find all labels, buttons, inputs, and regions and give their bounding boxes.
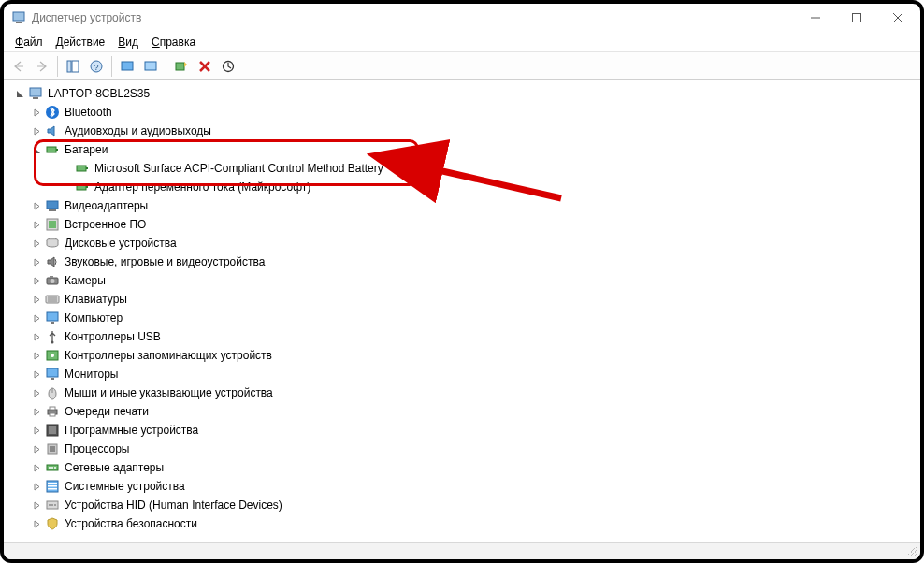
minimize-button[interactable] — [795, 5, 836, 31]
svg-rect-11 — [145, 62, 156, 70]
tree-category[interactable]: Аудиовходы и аудиовыходы — [11, 122, 920, 140]
tree-item-label: Сетевые адаптеры — [65, 461, 164, 474]
tree-category[interactable]: Устройства HID (Human Interface Devices) — [11, 496, 920, 514]
expand-chevron-icon[interactable] — [30, 330, 43, 343]
tree-category[interactable]: Процессоры — [11, 440, 920, 458]
tree-item-label: Дисковые устройства — [65, 237, 177, 250]
expand-chevron-icon[interactable] — [30, 106, 43, 119]
svg-rect-1 — [16, 22, 22, 23]
firmware-icon — [45, 217, 60, 232]
tree-category[interactable]: Контроллеры запоминающих устройств — [11, 346, 920, 365]
expand-chevron-icon[interactable] — [30, 424, 43, 437]
expand-chevron-icon[interactable] — [30, 349, 43, 362]
menu-help[interactable]: Справка — [146, 34, 201, 51]
toolbar-scan-hardware[interactable] — [170, 55, 193, 78]
svg-point-39 — [51, 341, 54, 344]
tree-category[interactable]: Клавиатуры — [11, 290, 920, 309]
expand-chevron-icon[interactable] — [30, 386, 43, 399]
expand-chevron-icon[interactable] — [30, 124, 43, 137]
menu-file[interactable]: Файл — [9, 34, 49, 51]
svg-rect-60 — [48, 488, 57, 490]
menubar: Файл Действие Вид Справка — [4, 32, 920, 52]
expand-chevron-icon[interactable] — [30, 237, 43, 250]
tree-category[interactable]: Устройства безопасности — [11, 514, 920, 533]
toolbar-show-hide-tree[interactable] — [62, 55, 84, 78]
tree-category[interactable]: Системные устройства — [11, 477, 920, 496]
toolbar-view-mode-2[interactable] — [139, 55, 162, 78]
tree-category[interactable]: Дисковые устройства — [11, 234, 920, 253]
tree-category[interactable]: Сетевые адаптеры — [11, 458, 920, 477]
toolbar-back[interactable] — [7, 55, 30, 78]
expand-chevron-icon[interactable] — [30, 218, 43, 231]
tree-leaf[interactable]: Адаптер переменного тока (Майкрософт) — [11, 178, 920, 196]
menu-view[interactable]: Вид — [112, 34, 144, 51]
tree-category[interactable]: Камеры — [11, 271, 920, 290]
close-button[interactable] — [877, 5, 918, 31]
svg-rect-10 — [122, 62, 133, 70]
svg-rect-52 — [50, 446, 55, 452]
tree-item-label: Bluetooth — [65, 106, 112, 119]
svg-rect-19 — [47, 147, 56, 152]
network-icon — [45, 460, 60, 475]
expand-chevron-icon[interactable] — [30, 517, 43, 530]
toolbar-forward[interactable] — [31, 55, 53, 78]
display-adapter-icon — [45, 198, 60, 213]
toolbar-update-driver[interactable] — [217, 55, 239, 78]
device-tree[interactable]: LAPTOP-8CBL2S35BluetoothАудиовходы и ауд… — [4, 80, 920, 542]
tree-category[interactable]: Мыши и иные указывающие устройства — [11, 383, 920, 402]
expand-chevron-icon[interactable] — [30, 274, 43, 287]
svg-rect-59 — [48, 485, 57, 487]
tree-category[interactable]: Звуковые, игровые и видеоустройства — [11, 253, 920, 271]
expand-chevron-icon[interactable] — [13, 87, 26, 100]
hid-icon — [45, 498, 60, 512]
svg-rect-21 — [77, 166, 86, 171]
svg-point-41 — [51, 354, 54, 357]
svg-point-64 — [54, 504, 56, 506]
expand-chevron-icon[interactable] — [30, 293, 43, 306]
expand-chevron-icon[interactable] — [30, 143, 43, 156]
expand-chevron-icon[interactable] — [30, 442, 43, 455]
toolbar-help[interactable]: ? — [85, 55, 108, 78]
toolbar-view-mode-1[interactable] — [116, 55, 138, 78]
tree-category[interactable]: Bluetooth — [11, 103, 920, 122]
expand-chevron-icon[interactable] — [30, 311, 43, 325]
tree-item-label: Компьютер — [65, 311, 123, 325]
expand-chevron-icon[interactable] — [30, 405, 43, 418]
svg-rect-58 — [48, 483, 57, 484]
tree-root[interactable]: LAPTOP-8CBL2S35 — [11, 84, 920, 103]
menu-action[interactable]: Действие — [51, 34, 111, 51]
expand-chevron-icon[interactable] — [30, 461, 43, 474]
toolbar: ? — [4, 52, 920, 80]
sound-icon — [45, 254, 60, 269]
usb-icon — [45, 329, 60, 344]
audio-io-icon — [45, 123, 60, 138]
expand-chevron-icon[interactable] — [30, 255, 43, 268]
expand-chevron-icon[interactable] — [30, 498, 43, 512]
tree-category[interactable]: Батареи — [11, 140, 920, 159]
tree-category[interactable]: Программные устройства — [11, 421, 920, 440]
mouse-icon — [45, 385, 60, 400]
tree-item-label: Батареи — [65, 143, 108, 156]
tree-category[interactable]: Очереди печати — [11, 402, 920, 421]
expand-chevron-icon[interactable] — [30, 199, 43, 212]
svg-rect-26 — [49, 209, 56, 211]
tree-item-label: Мыши и иные указывающие устройства — [65, 386, 273, 399]
computer-icon — [28, 86, 43, 101]
tree-category[interactable]: Видеоадаптеры — [11, 196, 920, 215]
tree-item-label: Программные устройства — [65, 424, 198, 437]
svg-point-63 — [51, 504, 53, 506]
expand-chevron-icon[interactable] — [30, 480, 43, 493]
tree-item-label: Клавиатуры — [65, 293, 127, 306]
tree-item-label: Мониторы — [65, 368, 118, 381]
maximize-button[interactable] — [836, 5, 877, 31]
svg-point-62 — [49, 504, 51, 506]
svg-rect-47 — [50, 407, 55, 410]
expand-chevron-icon[interactable] — [30, 368, 43, 381]
tree-category[interactable]: Встроенное ПО — [11, 215, 920, 234]
tree-category[interactable]: Компьютер — [11, 309, 920, 327]
svg-rect-38 — [51, 322, 54, 324]
toolbar-uninstall[interactable] — [194, 55, 216, 78]
tree-category[interactable]: Контроллеры USB — [11, 327, 920, 346]
tree-leaf[interactable]: Microsoft Surface ACPI-Compliant Control… — [11, 159, 920, 178]
tree-category[interactable]: Мониторы — [11, 365, 920, 383]
